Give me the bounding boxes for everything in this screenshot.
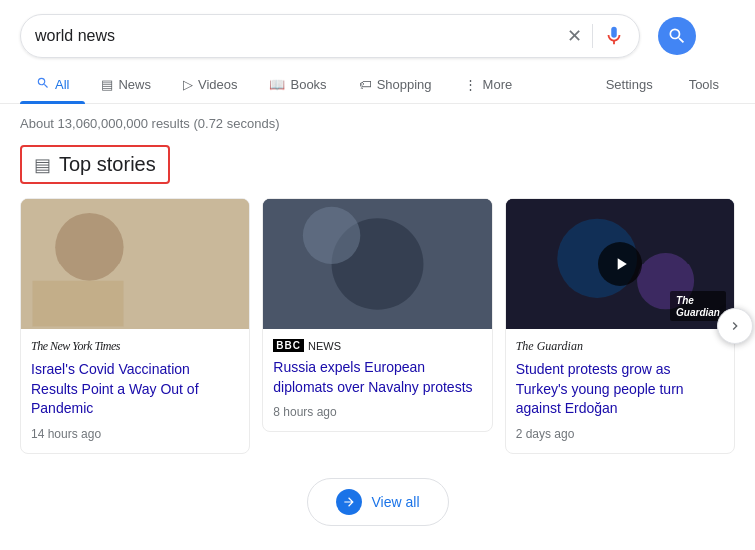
time-nyt: 14 hours ago: [31, 427, 239, 441]
guardian-logo-overlay: TheGuardian: [670, 291, 726, 321]
svg-rect-15: [381, 282, 429, 329]
tag-tab-icon: 🏷: [359, 77, 372, 92]
headline-nyt[interactable]: Israel's Covid Vaccination Results Point…: [31, 360, 239, 419]
stories-grid: The New York Times Israel's Covid Vaccin…: [20, 198, 735, 454]
mic-icon[interactable]: [603, 25, 625, 47]
svg-rect-5: [130, 286, 184, 329]
dots-tab-icon: ⋮: [464, 77, 478, 92]
view-all-arrow-icon: [336, 489, 362, 515]
tab-videos-label: Videos: [198, 77, 238, 92]
svg-rect-7: [108, 199, 162, 237]
time-bbc: 8 hours ago: [273, 405, 481, 419]
svg-point-26: [690, 254, 723, 293]
story-image-guardian: TheGuardian: [506, 199, 734, 329]
svg-rect-6: [184, 204, 227, 237]
tab-tools[interactable]: Tools: [673, 67, 735, 102]
nav-tabs: All ▤ News ▷ Videos 📖 Books 🏷 Shopping ⋮…: [0, 58, 755, 104]
top-stories-section: ▤ Top stories The New Y: [0, 137, 755, 462]
results-count-text: About 13,060,000,000 results (0.72 secon…: [20, 116, 279, 131]
view-all-label: View all: [372, 494, 420, 510]
search-bar-area: ✕: [0, 0, 755, 58]
svg-point-25: [644, 243, 683, 291]
tab-settings-label: Settings: [606, 77, 653, 92]
story-image-bbc: [263, 199, 491, 329]
search-icons: ✕: [567, 24, 625, 48]
nav-right-actions: Settings Tools: [590, 67, 735, 102]
time-guardian: 2 days ago: [516, 427, 724, 441]
svg-point-2: [81, 221, 135, 286]
svg-rect-17: [434, 282, 473, 329]
story-card-bbc[interactable]: BBC NEWS Russia expels European diplomat…: [262, 198, 492, 432]
svg-rect-8: [263, 199, 491, 329]
svg-point-27: [547, 213, 573, 239]
view-all-section: View all: [0, 462, 755, 542]
story-image-nyt: [21, 199, 249, 329]
tab-shopping-label: Shopping: [377, 77, 432, 92]
svg-point-12: [329, 226, 372, 280]
search-input[interactable]: [35, 27, 567, 45]
tab-videos[interactable]: ▷ Videos: [167, 67, 254, 102]
search-tab-icon: [36, 76, 50, 93]
svg-point-16: [434, 237, 473, 285]
story-content-nyt: The New York Times Israel's Covid Vaccin…: [21, 329, 249, 453]
tab-books[interactable]: 📖 Books: [253, 67, 342, 102]
headline-guardian[interactable]: Student protests grow as Turkey's young …: [516, 360, 724, 419]
book-tab-icon: 📖: [269, 77, 285, 92]
svg-point-10: [287, 235, 326, 283]
svg-point-28: [669, 210, 691, 232]
divider: [592, 24, 593, 48]
svg-rect-3: [54, 280, 119, 329]
svg-rect-1: [21, 259, 249, 329]
story-content-bbc: BBC NEWS Russia expels European diplomat…: [263, 329, 491, 431]
story-content-guardian: The Guardian Student protests grow as Tu…: [506, 329, 734, 453]
results-info: About 13,060,000,000 results (0.72 secon…: [0, 104, 755, 137]
svg-rect-9: [263, 269, 491, 329]
tab-more-label: More: [483, 77, 513, 92]
story-card-guardian[interactable]: TheGuardian The Guardian Student protest…: [505, 198, 735, 454]
tab-all[interactable]: All: [20, 66, 85, 103]
svg-rect-11: [287, 280, 326, 323]
tab-settings[interactable]: Settings: [590, 67, 669, 102]
play-button-overlay[interactable]: [598, 242, 642, 286]
tab-books-label: Books: [290, 77, 326, 92]
view-all-button[interactable]: View all: [307, 478, 449, 526]
svg-rect-18: [361, 199, 394, 259]
svg-rect-13: [329, 278, 372, 327]
newspaper-header-icon: ▤: [34, 154, 51, 176]
svg-marker-19: [361, 199, 394, 215]
tab-news-label: News: [118, 77, 151, 92]
top-stories-title: Top stories: [59, 153, 156, 176]
tab-more[interactable]: ⋮ More: [448, 67, 529, 102]
tab-news[interactable]: ▤ News: [85, 67, 167, 102]
story-card-nyt[interactable]: The New York Times Israel's Covid Vaccin…: [20, 198, 250, 454]
svg-point-22: [522, 255, 555, 294]
tab-shopping[interactable]: 🏷 Shopping: [343, 67, 448, 102]
source-nyt: The New York Times: [31, 339, 239, 354]
source-bbc: BBC NEWS: [273, 339, 481, 352]
next-stories-button[interactable]: [717, 308, 753, 344]
svg-rect-0: [21, 199, 249, 329]
tab-all-label: All: [55, 77, 69, 92]
newspaper-tab-icon: ▤: [101, 77, 113, 92]
search-button[interactable]: [658, 17, 696, 55]
svg-point-4: [151, 231, 194, 285]
svg-point-23: [558, 248, 595, 291]
video-tab-icon: ▷: [183, 77, 193, 92]
clear-icon[interactable]: ✕: [567, 25, 582, 47]
source-guardian: The Guardian: [516, 339, 724, 354]
headline-bbc[interactable]: Russia expels European diplomats over Na…: [273, 358, 481, 397]
svg-point-29: [606, 201, 623, 218]
search-box: ✕: [20, 14, 640, 58]
top-stories-header: ▤ Top stories: [20, 145, 170, 184]
svg-point-14: [381, 228, 429, 285]
tab-tools-label: Tools: [689, 77, 719, 92]
